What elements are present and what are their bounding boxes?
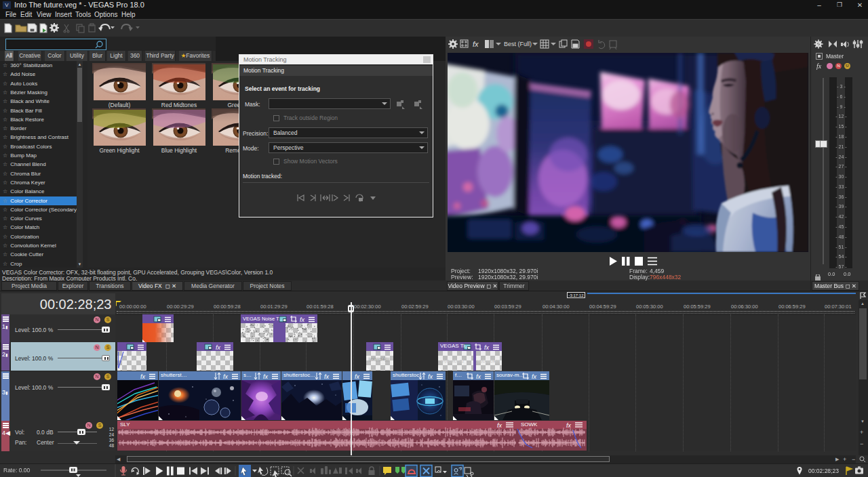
svg-text:fx: fx: [473, 40, 479, 48]
svg-text:00:02:28;23: 00:02:28;23: [808, 468, 839, 474]
svg-text:(Default): (Default): [108, 102, 131, 108]
svg-text:Best (Full): Best (Full): [504, 41, 532, 47]
svg-text:Rate: 0.00: Rate: 0.00: [3, 467, 30, 474]
svg-text:Green Highlight: Green Highlight: [99, 147, 140, 154]
svg-text:Blue Highlight: Blue Highlight: [161, 147, 197, 154]
svg-text:Red Midtones: Red Midtones: [161, 102, 197, 108]
